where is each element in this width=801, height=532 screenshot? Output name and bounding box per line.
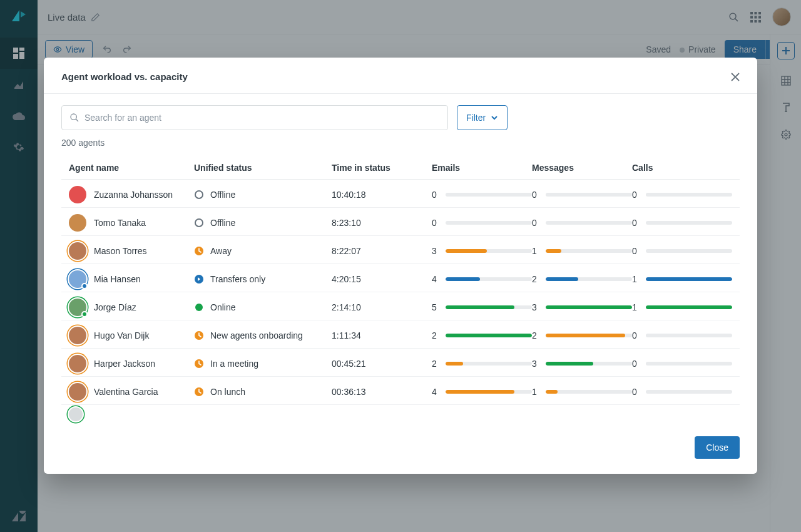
status-label: In a meeting: [210, 359, 258, 369]
agent-avatar: [69, 186, 86, 203]
metric-cell: 2: [532, 274, 632, 284]
modal-title: Agent workload vs. capacity: [61, 71, 188, 82]
table-row[interactable]: Zuzanna Johansson Offline 10:40:18 0 0 0: [61, 180, 740, 208]
col-agent: Agent name: [69, 163, 194, 173]
metric-cell: 0: [632, 359, 732, 369]
filter-button[interactable]: Filter: [457, 105, 508, 130]
metric-cell: 1: [632, 274, 732, 284]
time-cell: 8:23:10: [332, 218, 432, 228]
table-row[interactable]: Harper Jackson In a meeting 00:45:21 2 3…: [61, 349, 740, 377]
time-cell: 10:40:18: [332, 190, 432, 200]
search-icon: [69, 113, 79, 123]
status-icon: [194, 387, 204, 397]
col-status: Unified status: [194, 163, 332, 173]
table-row[interactable]: Valentina Garcia On lunch 00:36:13 4 1 0: [61, 377, 740, 405]
agent-cell: Valentina Garcia: [69, 383, 194, 401]
agent-cell: Zuzanna Johansson: [69, 186, 194, 203]
agent-search-box[interactable]: [61, 105, 448, 130]
status-cell: In a meeting: [194, 359, 332, 369]
table-row[interactable]: Mia Hansen Transfers only 4:20:15 4 2 1: [61, 264, 740, 292]
metric-cell: 3: [532, 302, 632, 312]
agent-name: Valentina Garcia: [94, 387, 158, 397]
status-icon: [194, 359, 204, 369]
metric-cell: 2: [432, 330, 532, 340]
agent-cell: Mason Torres: [69, 242, 194, 260]
svg-point-22: [195, 219, 203, 227]
status-cell: New agents onboarding: [194, 330, 332, 340]
metric-cell: 5: [432, 302, 532, 312]
agent-avatar: [69, 355, 86, 372]
metric-cell: 0: [632, 330, 732, 340]
metric-cell: 3: [532, 359, 632, 369]
status-icon: [194, 274, 204, 284]
col-time: Time in status: [332, 163, 432, 173]
agent-workload-modal: Agent workload vs. capacity Filter 200 a…: [44, 58, 757, 474]
metric-cell: 0: [632, 218, 732, 228]
col-calls: Calls: [632, 163, 732, 173]
agent-count: 200 agents: [61, 138, 740, 148]
col-emails: Emails: [432, 163, 532, 173]
modal-header: Agent workload vs. capacity: [44, 58, 757, 94]
time-cell: 8:22:07: [332, 246, 432, 256]
agent-name: Mia Hansen: [94, 274, 141, 284]
agent-name: Tomo Tanaka: [94, 218, 146, 228]
metric-cell: 3: [432, 246, 532, 256]
close-icon[interactable]: [731, 73, 740, 81]
metric-cell: 0: [432, 190, 532, 200]
metric-cell: 1: [632, 302, 732, 312]
agent-table: Agent name Unified status Time in status…: [61, 156, 740, 414]
metric-cell: 2: [532, 330, 632, 340]
metric-cell: 4: [432, 387, 532, 397]
agent-avatar: [69, 383, 86, 401]
filter-label: Filter: [466, 113, 486, 123]
status-label: New agents onboarding: [210, 330, 303, 340]
agent-name: Jorge Díaz: [94, 302, 136, 312]
status-icon: [194, 330, 204, 340]
status-label: Offline: [210, 190, 235, 200]
table-header: Agent name Unified status Time in status…: [61, 156, 740, 180]
status-icon: [194, 302, 204, 312]
status-icon: [194, 190, 204, 200]
metric-cell: 1: [532, 246, 632, 256]
status-icon: [194, 246, 204, 256]
agent-avatar: [69, 299, 86, 316]
svg-point-21: [195, 191, 203, 198]
agent-avatar: [69, 327, 86, 344]
time-cell: 00:45:21: [332, 359, 432, 369]
metric-cell: 0: [432, 218, 532, 228]
metric-cell: 0: [632, 246, 732, 256]
time-cell: 2:14:10: [332, 302, 432, 312]
agent-cell: Harper Jackson: [69, 355, 194, 372]
agent-avatar: [69, 270, 86, 288]
metric-cell: 1: [532, 387, 632, 397]
table-row[interactable]: Hugo Van Dijk New agents onboarding 1:11…: [61, 320, 740, 349]
metric-cell: 4: [432, 274, 532, 284]
metric-cell: 0: [632, 387, 732, 397]
agent-search-input[interactable]: [84, 113, 440, 123]
time-cell: 1:11:34: [332, 330, 432, 340]
table-row[interactable]: Tomo Tanaka Offline 8:23:10 0 0 0: [61, 208, 740, 236]
status-label: Offline: [210, 218, 235, 228]
agent-avatar: [69, 242, 86, 260]
agent-cell: Mia Hansen: [69, 270, 194, 288]
status-cell: Transfers only: [194, 274, 332, 284]
status-icon: [194, 218, 204, 228]
status-label: Transfers only: [210, 274, 265, 284]
status-cell: On lunch: [194, 387, 332, 397]
agent-name: Harper Jackson: [94, 359, 155, 369]
agent-name: Mason Torres: [94, 246, 147, 256]
agent-cell: Tomo Tanaka: [69, 214, 194, 232]
status-cell: Offline: [194, 190, 332, 200]
status-cell: Offline: [194, 218, 332, 228]
close-button[interactable]: Close: [695, 436, 740, 459]
table-row[interactable]: Mason Torres Away 8:22:07 3 1 0: [61, 236, 740, 264]
chevron-down-icon: [491, 114, 498, 121]
time-cell: 00:36:13: [332, 387, 432, 397]
status-label: Online: [210, 302, 235, 312]
agent-name: Zuzanna Johansson: [94, 190, 173, 200]
table-row[interactable]: Jorge Díaz Online 2:14:10 5 3 1: [61, 292, 740, 320]
status-label: Away: [210, 246, 232, 256]
status-cell: Away: [194, 246, 332, 256]
time-cell: 4:20:15: [332, 274, 432, 284]
metric-cell: 0: [532, 218, 632, 228]
